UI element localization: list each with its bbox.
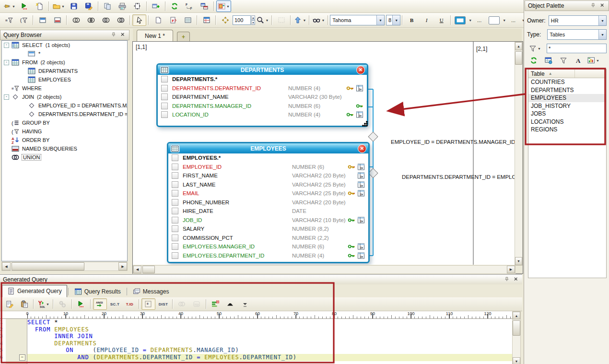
view-options-button[interactable]: ▼ — [312, 14, 326, 26]
column-row[interactable]: FIRST_NAMEVARCHAR2 (20 Byte)I× — [168, 171, 368, 180]
query-builder-view-button[interactable]: ▼ — [216, 0, 231, 12]
column-checkbox[interactable] — [172, 181, 178, 188]
table-window-departments[interactable]: DEPARTMENTS✕DEPARTMENTS.*DEPARTMENTS.DEP… — [156, 63, 368, 127]
palette-font-button[interactable]: A — [571, 55, 585, 66]
type-combo[interactable]: Tables▼ — [547, 29, 607, 40]
table-list-header[interactable]: Table ▲ — [528, 70, 606, 78]
schema-table-button[interactable]: SC.T — [108, 298, 122, 310]
collapse-panel-button[interactable] — [223, 298, 237, 310]
zoom-menu-button[interactable]: ▼ — [256, 14, 269, 26]
tree-item-join[interactable]: -JOIN(2 objects) — [2, 93, 127, 101]
explain-plan-button[interactable]: SQL▼ — [36, 298, 51, 310]
owner-combo[interactable]: HR▼ — [549, 15, 607, 26]
tree-item--[interactable]: * — [2, 49, 127, 58]
pin-icon[interactable] — [111, 32, 117, 38]
connect-button[interactable]: ▼ — [2, 0, 17, 12]
tree-item-departments-department-id-employees-department-id[interactable]: DEPARTMENTS.DEPARTMENT_ID = EMPLOYEES.DE… — [2, 110, 127, 118]
column-checkbox[interactable] — [172, 252, 178, 259]
column-row[interactable]: SALARYNUMBER (8,2) — [168, 224, 368, 234]
column-checkbox[interactable] — [172, 217, 178, 223]
add-tab-button[interactable]: + — [177, 32, 190, 42]
column-checkbox[interactable] — [161, 103, 168, 109]
save-as-button[interactable] — [82, 0, 96, 12]
new-subquery-button[interactable] — [151, 14, 165, 26]
fill-color-more-button[interactable]: ... — [506, 14, 520, 26]
join-inner-button[interactable] — [69, 14, 83, 26]
table-list-item-employees[interactable]: EMPLOYEES — [528, 94, 606, 102]
show-grid-button[interactable] — [181, 14, 195, 26]
tab-messages[interactable]: Messages — [128, 286, 174, 297]
zoom-spinner[interactable]: ▲▼ — [251, 15, 256, 25]
tab-new-1[interactable]: New 1 * — [137, 30, 173, 42]
column-row[interactable]: EMPLOYEES.* — [168, 153, 368, 163]
window-layout-top-button[interactable] — [35, 14, 49, 26]
name-filter-button[interactable]: ▼ — [527, 43, 542, 54]
group-subquery-button[interactable] — [175, 298, 189, 310]
column-row[interactable]: EMPLOYEE_IDNUMBER (6)I× — [168, 163, 368, 172]
table-window-employees[interactable]: EMPLOYEES✕EMPLOYEES.*EMPLOYEE_IDNUMBER (… — [167, 142, 370, 263]
query-browser-hscrollbar[interactable]: ◀ ▶ — [1, 262, 128, 271]
column-row[interactable]: DEPARTMENT_NAMEVARCHAR2 (30 Byte) — [158, 93, 367, 102]
table-window-titlebar[interactable]: EMPLOYEES✕ — [168, 143, 368, 153]
select-cursor-button[interactable] — [132, 14, 146, 26]
tree-item-union[interactable]: UNION — [2, 153, 127, 162]
tree-item-group-by[interactable]: (GROUP BY — [2, 118, 127, 127]
column-row[interactable]: PHONE_NUMBERVARCHAR2 (20 Byte) — [168, 198, 368, 207]
tree-item-having[interactable]: (HAVING — [2, 127, 127, 136]
tree-item-from[interactable]: -FROM(2 objects) — [2, 58, 127, 67]
print-button[interactable] — [116, 0, 129, 12]
column-checkbox[interactable] — [161, 94, 168, 100]
column-row[interactable]: LAST_NAMEVARCHAR2 (25 Byte)I× — [168, 180, 368, 189]
copy-button[interactable] — [101, 0, 115, 12]
tree-item-departments[interactable]: DEPARTMENTS — [2, 67, 127, 75]
column-checkbox[interactable] — [161, 76, 168, 82]
execute-script-button[interactable] — [18, 0, 32, 12]
statistics-button[interactable] — [209, 298, 223, 310]
zoom-fit-button[interactable] — [218, 14, 232, 26]
font-combo[interactable]: Tahoma▼ — [330, 15, 385, 25]
font-size-combo[interactable]: 8▼ — [386, 15, 400, 25]
table-id-button[interactable]: T.ID — [123, 298, 137, 310]
close-icon[interactable] — [514, 277, 519, 282]
bring-to-front-button[interactable]: ▼ — [293, 14, 307, 26]
column-row[interactable]: EMPLOYEES.DEPARTMENT_IDNUMBER (4)I× — [168, 251, 368, 260]
tab-query-results[interactable]: Query Results — [70, 286, 126, 297]
fold-toggle-icon[interactable]: − — [19, 354, 25, 361]
palette-reports-button[interactable]: ▼ — [586, 55, 601, 66]
column-checkbox[interactable] — [172, 235, 178, 241]
tree-item-named-subqueries[interactable]: NAMED SUBQUERIES — [2, 144, 127, 153]
column-checkbox[interactable] — [172, 225, 178, 232]
open-file-button[interactable]: ▼ — [51, 0, 66, 12]
copy-to-editor-button[interactable] — [17, 298, 31, 310]
column-checkbox[interactable] — [172, 243, 178, 250]
column-checkbox[interactable] — [172, 208, 178, 214]
palette-data-button[interactable] — [541, 55, 555, 66]
table-list-item-locations[interactable]: LOCATIONS — [528, 118, 606, 126]
tab-generated-query[interactable]: Generated Query — [2, 285, 67, 297]
toggle-field-names-button[interactable]: FF — [183, 0, 197, 12]
join-full-button[interactable] — [84, 14, 98, 26]
column-checkbox[interactable] — [161, 111, 168, 118]
bold-button[interactable]: B — [405, 14, 419, 26]
column-row[interactable]: DEPARTMENTS.DEPARTMENT_IDNUMBER (4)I× — [158, 84, 367, 93]
sql-window-button[interactable]: SQL — [190, 298, 204, 310]
name-filter-input[interactable]: * — [547, 44, 607, 53]
table-window-button[interactable] — [199, 14, 213, 26]
arrange-windows-button[interactable] — [198, 0, 211, 12]
new-document-button[interactable] — [33, 0, 47, 12]
fill-color-button[interactable] — [487, 14, 501, 26]
close-icon[interactable] — [600, 3, 606, 9]
zoom-input[interactable]: 100 — [233, 15, 251, 25]
table-list-item-jobs[interactable]: JOBS — [528, 110, 606, 118]
italic-button[interactable]: I — [420, 14, 433, 26]
copy-structure-button[interactable]: F — [166, 14, 180, 26]
close-icon[interactable] — [120, 32, 126, 38]
editor-vscrollbar[interactable]: ▲ ▼ — [512, 311, 521, 364]
column-checkbox[interactable] — [172, 164, 178, 170]
tree-item-order-by[interactable]: AZORDER BY — [2, 136, 127, 144]
sql-editor[interactable]: 1SELECT *2 FROM EMPLOYEES3 INNER JOIN4 D… — [0, 319, 512, 364]
select-star-button[interactable]: * — [141, 298, 155, 310]
column-row[interactable]: EMPLOYEES.MANAGER_IDNUMBER (6)I× — [168, 242, 368, 251]
column-checkbox[interactable] — [172, 154, 178, 161]
column-row[interactable]: LOCATION_IDNUMBER (4)I× — [158, 110, 367, 119]
